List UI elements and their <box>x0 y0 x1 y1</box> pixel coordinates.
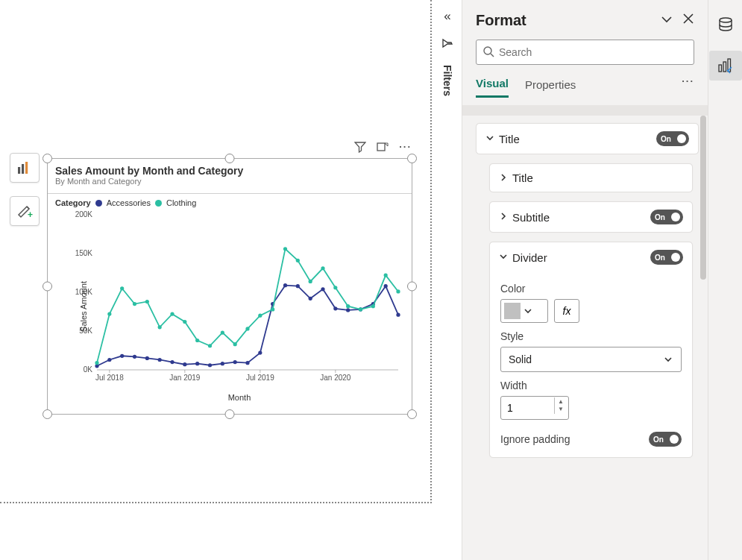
resize-handle[interactable] <box>43 409 52 419</box>
visual-header-toolbar: ··· <box>354 141 412 155</box>
svg-rect-2 <box>25 162 28 174</box>
svg-line-70 <box>491 54 494 57</box>
divider-color-picker[interactable] <box>500 299 548 323</box>
svg-point-38 <box>333 306 337 310</box>
svg-point-65 <box>359 307 362 311</box>
search-input-wrapper[interactable] <box>476 40 694 65</box>
filters-pane-label[interactable]: Filters <box>441 65 453 96</box>
chevron-right-icon <box>499 172 508 184</box>
chart-title-divider <box>48 193 412 194</box>
search-icon <box>482 45 494 60</box>
format-panel: Format Visual Properties ··· Title On <box>462 0 708 560</box>
toggle-state: On <box>650 213 665 221</box>
tab-visual[interactable]: Visual <box>476 77 509 98</box>
focus-mode-icon[interactable] <box>377 141 389 155</box>
svg-point-27 <box>195 362 199 365</box>
section-header-title-text[interactable]: Title <box>490 164 692 192</box>
close-icon[interactable] <box>682 13 694 28</box>
svg-point-37 <box>321 287 324 291</box>
resize-handle[interactable] <box>407 154 417 163</box>
svg-point-43 <box>396 313 400 317</box>
color-label: Color <box>500 283 682 295</box>
section-header-divider[interactable]: Divider On <box>490 242 692 272</box>
toggle-knob <box>670 435 679 444</box>
visualizations-pane-icon[interactable] <box>709 51 742 81</box>
svg-point-26 <box>183 362 186 366</box>
spin-buttons[interactable]: ▲▼ <box>554 397 567 414</box>
svg-point-30 <box>233 360 237 364</box>
legend-item-label: Accessories <box>107 198 151 207</box>
data-pane-icon[interactable] <box>714 13 737 36</box>
resize-handle[interactable] <box>43 154 52 163</box>
resize-handle[interactable] <box>43 282 52 292</box>
svg-point-47 <box>133 302 136 306</box>
svg-point-58 <box>271 307 274 311</box>
svg-point-49 <box>158 325 162 329</box>
legend-swatch-clothing <box>155 200 162 207</box>
svg-point-28 <box>208 363 212 367</box>
color-swatch <box>504 303 521 319</box>
svg-point-24 <box>158 358 162 362</box>
chart-plot-area: Sales Amount 0K50K100K150K200KJul 2018Ja… <box>67 210 412 402</box>
resize-handle[interactable] <box>407 409 417 419</box>
svg-rect-4 <box>377 143 385 151</box>
line-chart-svg: 0K50K100K150K200KJul 2018Jan 2019Jul 201… <box>67 210 406 389</box>
section-label: Title <box>512 172 533 184</box>
width-input[interactable] <box>501 402 550 414</box>
right-tool-rail <box>708 0 742 560</box>
resize-handle[interactable] <box>225 154 235 163</box>
section-separator <box>462 105 708 116</box>
section-header-title[interactable]: Title On <box>477 124 698 154</box>
search-input[interactable] <box>499 46 688 58</box>
toggle-title[interactable]: On <box>656 131 689 146</box>
scrollbar[interactable] <box>700 116 706 280</box>
svg-text:Jul 2019: Jul 2019 <box>246 374 274 382</box>
fx-button[interactable]: fx <box>554 299 579 323</box>
toggle-subtitle[interactable]: On <box>650 210 683 224</box>
section-title-text: Title <box>489 163 693 192</box>
section-title: Title On <box>476 123 699 154</box>
section-header-subtitle[interactable]: Subtitle On <box>490 202 692 232</box>
toggle-divider[interactable]: On <box>650 250 683 265</box>
collapse-chevron-icon[interactable]: « <box>444 9 450 24</box>
svg-point-22 <box>133 355 136 359</box>
svg-point-50 <box>170 312 174 316</box>
svg-point-57 <box>258 314 262 318</box>
svg-point-44 <box>95 361 98 365</box>
visual-side-tools: + <box>10 153 40 239</box>
svg-point-54 <box>221 330 224 334</box>
svg-point-62 <box>321 266 324 270</box>
svg-rect-73 <box>723 62 726 72</box>
chart-visual-container[interactable]: ··· Sales Amount by Month and Category B… <box>47 158 412 415</box>
chevron-down-icon[interactable] <box>660 13 673 28</box>
filter-icon[interactable] <box>354 141 366 155</box>
svg-point-25 <box>170 360 174 364</box>
tab-properties[interactable]: Properties <box>525 78 576 97</box>
fields-tool-button[interactable] <box>10 153 40 183</box>
divider-style-select[interactable]: Solid <box>500 347 682 372</box>
chevron-down-icon <box>485 133 494 145</box>
svg-rect-1 <box>22 164 24 174</box>
more-options-icon[interactable]: ··· <box>399 141 412 155</box>
more-options-icon[interactable]: ··· <box>682 75 694 86</box>
svg-point-53 <box>208 344 212 347</box>
svg-point-52 <box>195 339 199 342</box>
svg-point-51 <box>183 320 186 324</box>
resize-handle[interactable] <box>225 409 235 419</box>
svg-point-31 <box>245 361 249 365</box>
svg-point-71 <box>720 18 732 22</box>
svg-point-46 <box>120 286 124 290</box>
section-subtitle: Subtitle On <box>489 201 693 233</box>
svg-text:Jul 2018: Jul 2018 <box>95 374 124 382</box>
chevron-right-icon <box>499 211 508 223</box>
x-axis-title: Month <box>67 391 412 402</box>
format-tool-button[interactable]: + <box>10 196 40 226</box>
filters-orientation-icon[interactable] <box>441 37 453 51</box>
legend-item-label: Clothing <box>166 198 196 207</box>
section-label: Subtitle <box>512 211 550 224</box>
divider-width-spinner[interactable]: ▲▼ <box>500 396 569 420</box>
report-canvas[interactable]: + ··· Sales Amount by Month and Category… <box>0 0 432 503</box>
toggle-ignore-padding[interactable]: On <box>649 432 682 447</box>
svg-point-23 <box>145 356 149 360</box>
svg-point-32 <box>258 351 262 355</box>
